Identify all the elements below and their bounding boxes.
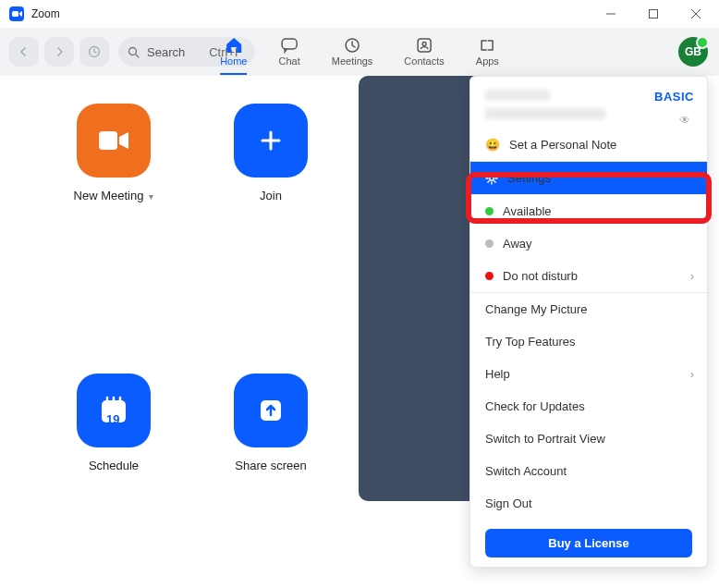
buy-license-button[interactable]: Buy a License	[485, 529, 692, 557]
status-dot-icon	[485, 207, 494, 215]
status-away[interactable]: Away	[470, 227, 707, 260]
action-label: New Meeting▾	[74, 189, 154, 202]
svg-point-21	[490, 176, 494, 179]
window-title: Zoom	[31, 7, 60, 20]
svg-rect-9	[282, 39, 297, 49]
nav-forward-button[interactable]	[44, 37, 74, 67]
reveal-icon[interactable]: 👁	[679, 114, 690, 127]
profile-name-redacted	[485, 90, 550, 101]
maximize-button[interactable]	[632, 0, 675, 28]
tab-label: Contacts	[404, 55, 444, 67]
status-available[interactable]: Available	[470, 195, 707, 227]
check-updates[interactable]: Check for Updates	[470, 390, 707, 423]
schedule-button[interactable]: 19 Schedule	[44, 374, 183, 588]
tab-home[interactable]: Home	[220, 37, 247, 67]
close-button[interactable]	[675, 0, 717, 28]
gear-icon	[485, 172, 498, 185]
menu-item-label: Try Top Features	[485, 335, 576, 349]
action-label: Join	[260, 189, 282, 202]
minimize-button[interactable]	[590, 0, 632, 28]
tab-chat[interactable]: Chat	[278, 37, 299, 67]
title-bar-left: Zoom	[9, 6, 60, 21]
chevron-right-icon: ›	[690, 368, 694, 381]
search-icon	[128, 46, 140, 58]
menu-item-label: Available	[503, 204, 552, 218]
menu-item-label: Settings	[507, 171, 551, 185]
calendar-day: 19	[106, 412, 119, 426]
action-label: Share screen	[235, 459, 306, 472]
plus-icon	[234, 104, 308, 178]
tab-label: Home	[220, 55, 247, 67]
menu-item-label: Do not disturb	[503, 269, 578, 283]
top-bar: Search Ctrl+F Home Chat Meetings Contact…	[0, 28, 719, 76]
try-top-features[interactable]: Try Top Features	[470, 325, 707, 358]
menu-item-label: Switch to Portrait View	[485, 432, 605, 446]
contacts-icon	[415, 37, 433, 54]
smile-icon: 😀	[485, 138, 500, 152]
svg-point-12	[422, 43, 426, 46]
status-dot-icon	[485, 239, 494, 248]
status-dot-icon	[485, 272, 494, 280]
home-icon	[225, 37, 243, 54]
new-meeting-button[interactable]: New Meeting▾	[44, 104, 183, 318]
button-label: Buy a License	[548, 536, 628, 550]
action-label: Schedule	[89, 459, 139, 472]
chevron-down-icon[interactable]: ▾	[149, 191, 153, 202]
chat-icon	[280, 37, 299, 54]
menu-item-label: Check for Updates	[485, 399, 585, 413]
tab-label: Chat	[278, 55, 299, 67]
tab-label: Apps	[476, 55, 499, 67]
tab-label: Meetings	[332, 55, 373, 67]
menu-item-label: Change My Picture	[485, 302, 588, 316]
search-label: Search	[147, 45, 185, 59]
switch-portrait[interactable]: Switch to Portrait View	[470, 423, 707, 455]
settings-menu-item[interactable]: Settings	[470, 162, 707, 194]
svg-rect-1	[12, 11, 18, 17]
chevron-right-icon: ›	[690, 270, 694, 283]
svg-rect-3	[650, 10, 658, 18]
zoom-logo-icon	[9, 6, 24, 21]
tab-apps[interactable]: Apps	[476, 37, 499, 67]
main-tabs: Home Chat Meetings Contacts Apps	[220, 28, 499, 76]
tab-meetings[interactable]: Meetings	[332, 37, 373, 67]
status-dnd[interactable]: Do not disturb›	[470, 260, 707, 292]
share-screen-button[interactable]: Share screen	[201, 374, 340, 588]
clock-icon	[343, 37, 361, 54]
change-picture[interactable]: Change My Picture	[470, 293, 707, 325]
calendar-icon: 19	[77, 374, 151, 447]
svg-line-8	[136, 54, 140, 57]
profile-menu: BASIC 👁 😀 Set a Personal Note Settings A…	[469, 76, 708, 568]
switch-account[interactable]: Switch Account	[470, 455, 707, 487]
license-badge: BASIC	[654, 90, 694, 104]
window-controls	[590, 0, 717, 28]
sign-out[interactable]: Sign Out	[470, 487, 707, 520]
share-icon	[234, 374, 308, 447]
menu-item-label: Help	[485, 367, 510, 381]
video-icon	[77, 104, 151, 178]
join-button[interactable]: Join	[201, 104, 340, 318]
profile-header: BASIC 👁	[470, 77, 707, 129]
help-menu[interactable]: Help›	[470, 358, 707, 390]
profile-email-redacted	[485, 108, 605, 119]
tab-contacts[interactable]: Contacts	[404, 37, 444, 67]
menu-item-label: Switch Account	[485, 464, 567, 478]
history-button[interactable]	[79, 37, 109, 67]
avatar-initials: GB	[685, 45, 701, 58]
avatar[interactable]: GB	[678, 37, 708, 67]
menu-item-label: Sign Out	[485, 496, 532, 510]
title-bar: Zoom	[0, 0, 719, 28]
set-personal-note[interactable]: 😀 Set a Personal Note	[470, 129, 707, 161]
menu-item-label: Set a Personal Note	[509, 138, 616, 152]
svg-rect-13	[99, 131, 117, 150]
menu-item-label: Away	[503, 237, 532, 251]
apps-icon	[478, 37, 496, 54]
nav-back-button[interactable]	[9, 37, 39, 67]
action-grid: New Meeting▾ Join 19 Schedule Share scre…	[44, 104, 340, 588]
